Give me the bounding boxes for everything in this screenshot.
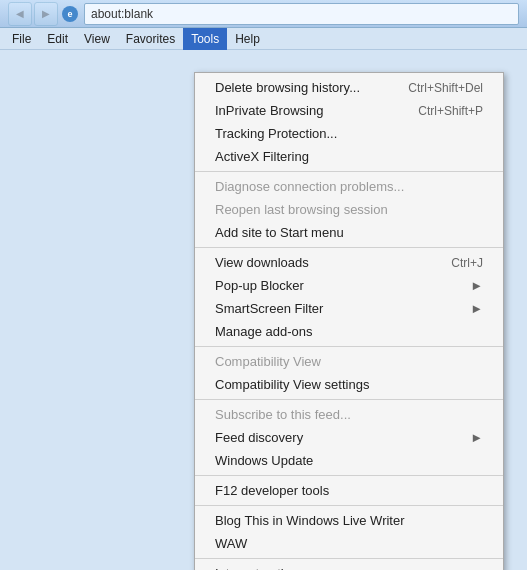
menu-bar: File Edit View Favorites Tools Help — [0, 28, 527, 50]
item-delete-browsing-history[interactable]: Delete browsing history... Ctrl+Shift+De… — [195, 76, 503, 99]
group-feeds: Subscribe to this feed... Feed discovery… — [195, 400, 503, 476]
menu-file[interactable]: File — [4, 28, 39, 50]
item-inprivate-browsing[interactable]: InPrivate Browsing Ctrl+Shift+P — [195, 99, 503, 122]
back-button[interactable]: ◀ — [8, 2, 32, 26]
group-session: Diagnose connection problems... Reopen l… — [195, 172, 503, 248]
item-f12-developer-tools[interactable]: F12 developer tools — [195, 479, 503, 502]
item-compatibility-view-settings[interactable]: Compatibility View settings — [195, 373, 503, 396]
address-bar[interactable]: about:blank — [84, 3, 519, 25]
item-popup-blocker[interactable]: Pop-up Blocker ► — [195, 274, 503, 297]
item-manage-addons[interactable]: Manage add-ons — [195, 320, 503, 343]
item-subscribe-feed: Subscribe to this feed... — [195, 403, 503, 426]
menu-tools[interactable]: Tools — [183, 28, 227, 50]
tools-dropdown: Delete browsing history... Ctrl+Shift+De… — [194, 72, 504, 570]
item-internet-options[interactable]: Internet options — [195, 562, 503, 570]
menu-help[interactable]: Help — [227, 28, 268, 50]
item-tracking-protection[interactable]: Tracking Protection... — [195, 122, 503, 145]
item-diagnose-connection: Diagnose connection problems... — [195, 175, 503, 198]
group-dev: F12 developer tools — [195, 476, 503, 506]
ie-icon: e — [62, 6, 78, 22]
item-compatibility-view: Compatibility View — [195, 350, 503, 373]
group-extra: Blog This in Windows Live Writer WAW — [195, 506, 503, 559]
item-activex-filtering[interactable]: ActiveX Filtering — [195, 145, 503, 168]
item-view-downloads[interactable]: View downloads Ctrl+J — [195, 251, 503, 274]
menu-edit[interactable]: Edit — [39, 28, 76, 50]
group-browsing: Delete browsing history... Ctrl+Shift+De… — [195, 73, 503, 172]
item-smartscreen-filter[interactable]: SmartScreen Filter ► — [195, 297, 503, 320]
group-compatibility: Compatibility View Compatibility View se… — [195, 347, 503, 400]
item-blog-windows-live[interactable]: Blog This in Windows Live Writer — [195, 509, 503, 532]
group-tools: View downloads Ctrl+J Pop-up Blocker ► S… — [195, 248, 503, 347]
item-add-to-start[interactable]: Add site to Start menu — [195, 221, 503, 244]
item-waw[interactable]: WAW — [195, 532, 503, 555]
item-feed-discovery[interactable]: Feed discovery ► — [195, 426, 503, 449]
menu-view[interactable]: View — [76, 28, 118, 50]
address-text: about:blank — [91, 7, 153, 21]
item-windows-update[interactable]: Windows Update — [195, 449, 503, 472]
group-options: Internet options — [195, 559, 503, 570]
title-bar: ◀ ▶ e about:blank — [0, 0, 527, 28]
menu-favorites[interactable]: Favorites — [118, 28, 183, 50]
item-reopen-session: Reopen last browsing session — [195, 198, 503, 221]
forward-button[interactable]: ▶ — [34, 2, 58, 26]
nav-buttons: ◀ ▶ — [8, 2, 58, 26]
